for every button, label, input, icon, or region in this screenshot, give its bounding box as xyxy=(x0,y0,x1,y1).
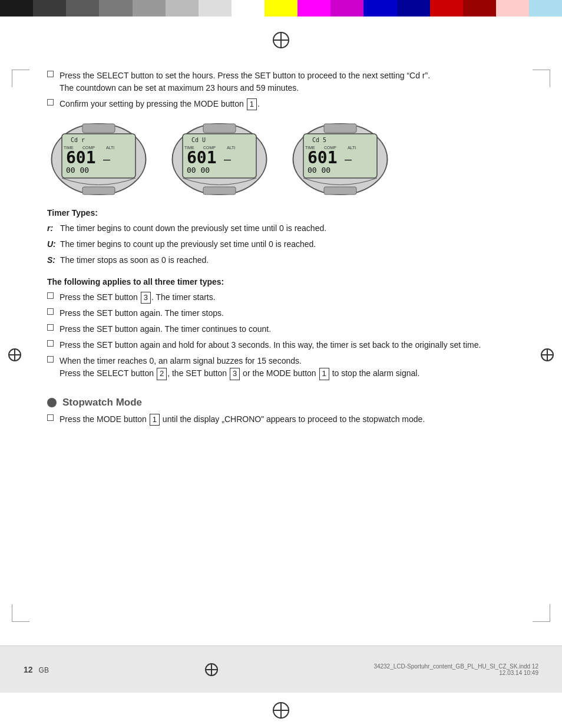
bullet-text-confirm: Confirm your setting by pressing the MOD… xyxy=(59,98,515,110)
timer-type-r: r: The timer begins to count down the pr… xyxy=(47,222,515,235)
svg-rect-10 xyxy=(82,187,115,195)
reg-mark-tr xyxy=(533,70,550,87)
btn-badge-3a: 3 xyxy=(141,292,151,304)
svg-text:00 00: 00 00 xyxy=(187,166,210,174)
checkbox-applies-2 xyxy=(47,308,54,315)
footer-crosshair xyxy=(205,663,218,676)
svg-text:—: — xyxy=(345,152,352,166)
svg-text:601: 601 xyxy=(187,148,217,167)
reg-mark-br xyxy=(533,604,550,622)
applies-text-4: Press the SET button again and hold for … xyxy=(59,339,515,351)
lcd-device-2: Cd U TIME COMP ALTI 601 — 00 00 xyxy=(168,121,271,197)
page-footer: 12 GB 34232_LCD-Sportuhr_content_GB_PL_H… xyxy=(0,645,562,693)
svg-rect-9 xyxy=(82,124,115,133)
checkbox-select xyxy=(47,71,54,77)
timer-text-u: The timer begins to count up the previou… xyxy=(60,238,515,251)
left-crosshair xyxy=(8,348,21,361)
lcd-displays: Cd r TIME COMP ALTI 601 — 00 00 xyxy=(47,121,515,197)
svg-text:00 00: 00 00 xyxy=(66,166,89,174)
svg-text:601: 601 xyxy=(308,148,338,167)
svg-text:ALTI: ALTI xyxy=(106,146,114,150)
svg-text:ALTI: ALTI xyxy=(348,146,356,150)
lcd-device-3: Cd 5 TIME COMP ALTI 601 — 00 00 xyxy=(289,121,392,197)
btn-badge-1: 1 xyxy=(247,98,257,110)
main-content: Press the SELECT button to set the hours… xyxy=(0,64,562,645)
svg-rect-31 xyxy=(324,124,356,133)
applies-item-3: Press the SET button again. The timer co… xyxy=(47,323,515,335)
applies-item-4: Press the SET button again and hold for … xyxy=(47,339,515,351)
footer-page-info: 12 GB xyxy=(24,665,49,674)
timer-types-heading: Timer Types: xyxy=(47,208,515,218)
page-number: 12 xyxy=(24,665,33,674)
svg-text:—: — xyxy=(103,152,111,166)
color-swatch xyxy=(265,0,297,17)
color-swatch xyxy=(166,0,199,17)
footer-filename: 34232_LCD-Sportuhr_content_GB_PL_HU_SI_C… xyxy=(373,663,538,670)
color-swatch xyxy=(99,0,132,17)
timer-label-r: r: xyxy=(47,222,60,235)
timer-label-u: U: xyxy=(47,238,60,251)
applies-text-5: When the timer reaches 0, an alarm signa… xyxy=(59,355,515,380)
btn-badge-mode: 1 xyxy=(150,414,160,426)
footer-file-info: 34232_LCD-Sportuhr_content_GB_PL_HU_SI_C… xyxy=(373,663,538,676)
timer-text-s: The timer stops as soon as 0 is reached. xyxy=(60,254,515,266)
checkbox-applies-1 xyxy=(47,292,54,299)
stopwatch-text: Press the MODE button 1 until the displa… xyxy=(59,413,515,426)
svg-text:—: — xyxy=(224,152,232,166)
svg-text:ALTI: ALTI xyxy=(227,146,235,150)
footer-crosshair-icon xyxy=(205,663,218,676)
applies-text-3: Press the SET button again. The timer co… xyxy=(59,323,515,335)
svg-rect-32 xyxy=(324,187,356,195)
color-swatch xyxy=(496,0,529,17)
bottom-area xyxy=(0,693,562,728)
bullet-item-confirm: Confirm your setting by pressing the MOD… xyxy=(47,98,515,110)
bullet-text-select: Press the SELECT button to set the hours… xyxy=(59,70,515,94)
timer-label-s: S: xyxy=(47,254,60,266)
page-wrapper: Press the SELECT button to set the hours… xyxy=(0,0,562,728)
page-lang: GB xyxy=(39,666,49,674)
svg-text:00 00: 00 00 xyxy=(308,166,330,174)
bullet1-text: Press the SELECT button to set the hours… xyxy=(59,71,430,80)
checkbox-stopwatch xyxy=(47,414,54,421)
color-bar xyxy=(0,0,562,17)
applies-item-5: When the timer reaches 0, an alarm signa… xyxy=(47,355,515,380)
btn-badge-3b: 3 xyxy=(230,368,240,380)
svg-text:Cd     U: Cd U xyxy=(191,137,206,143)
color-swatch xyxy=(363,0,396,17)
reg-mark-tl xyxy=(12,70,29,87)
color-swatch xyxy=(33,0,66,17)
bullet1-sub-text: The countdown can be set at maximum 23 h… xyxy=(59,83,299,93)
footer-date: 12.03.14 10:49 xyxy=(499,670,538,676)
timer-type-u: U: The timer begins to count up the prev… xyxy=(47,238,515,251)
checkbox-confirm xyxy=(47,99,54,106)
color-swatch xyxy=(330,0,363,17)
top-crosshair xyxy=(273,32,289,48)
color-swatch xyxy=(397,0,430,17)
applies-text-2: Press the SET button again. The timer st… xyxy=(59,307,515,319)
timer-type-s: S: The timer stops as soon as 0 is reach… xyxy=(47,254,515,266)
color-swatch xyxy=(529,0,562,17)
lcd-device-1: Cd r TIME COMP ALTI 601 — 00 00 xyxy=(47,121,150,197)
reg-mark-bl xyxy=(12,604,29,622)
color-swatch xyxy=(199,0,232,17)
svg-text:Cd     5: Cd 5 xyxy=(312,137,326,143)
applies-heading: The following applies to all three timer… xyxy=(47,277,515,286)
bottom-crosshair xyxy=(273,702,289,719)
color-swatch xyxy=(297,0,330,17)
circle-bullet xyxy=(47,398,57,407)
applies-item-1: Press the SET button 3. The timer starts… xyxy=(47,291,515,304)
color-swatch xyxy=(66,0,99,17)
btn-badge-1b: 1 xyxy=(319,368,329,380)
stopwatch-section: Stopwatch Mode xyxy=(47,397,515,409)
applies-item-2: Press the SET button again. The timer st… xyxy=(47,307,515,319)
applies-text-1: Press the SET button 3. The timer starts… xyxy=(59,291,515,304)
svg-text:601: 601 xyxy=(66,148,96,167)
checkbox-applies-4 xyxy=(47,340,54,347)
stopwatch-item: Press the MODE button 1 until the displa… xyxy=(47,413,515,426)
svg-rect-21 xyxy=(203,187,236,195)
color-swatch xyxy=(0,0,33,17)
stopwatch-heading: Stopwatch Mode xyxy=(62,397,142,409)
top-margin xyxy=(0,17,562,64)
svg-text:Cd     r: Cd r xyxy=(71,137,85,143)
color-swatch xyxy=(463,0,496,17)
